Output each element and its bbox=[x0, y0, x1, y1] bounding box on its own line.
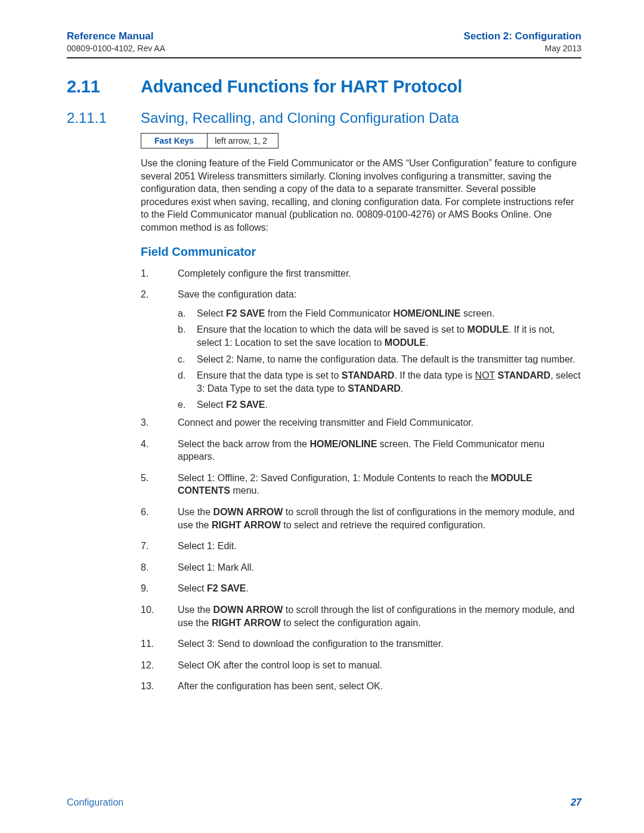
step-number: 7. bbox=[141, 540, 178, 553]
subsection-heading-row: 2.11.1 Saving, Recalling, and Cloning Co… bbox=[67, 104, 581, 701]
step-number: 3. bbox=[141, 416, 178, 429]
fast-keys-value: left arrow, 1, 2 bbox=[208, 134, 278, 148]
fast-keys-box: Fast Keys left arrow, 1, 2 bbox=[141, 133, 278, 148]
substep-letter: a. bbox=[178, 307, 197, 320]
substep: c. Select 2: Name, to name the configura… bbox=[178, 353, 581, 366]
list-item: 13. After the configuration has been sen… bbox=[141, 680, 581, 693]
substep: e. Select F2 SAVE. bbox=[178, 398, 581, 411]
step-text: Select 1: Offline, 2: Saved Configuratio… bbox=[178, 472, 581, 497]
step-text: Select 1: Mark All. bbox=[178, 561, 581, 574]
footer-page-number: 27 bbox=[571, 797, 581, 808]
list-item: 11. Select 3: Send to download the confi… bbox=[141, 637, 581, 651]
list-item: 3. Connect and power the receiving trans… bbox=[141, 416, 581, 429]
intro-paragraph: Use the cloning feature of the Field Com… bbox=[141, 157, 581, 234]
fast-keys-label: Fast Keys bbox=[141, 134, 208, 148]
list-item: 9. Select F2 SAVE. bbox=[141, 582, 581, 595]
list-item: 8. Select 1: Mark All. bbox=[141, 561, 581, 574]
step-number: 13. bbox=[141, 680, 178, 693]
step-number: 10. bbox=[141, 603, 178, 629]
list-item: 2. Save the configuration data: a. Selec… bbox=[141, 288, 581, 413]
step-text: Select the back arrow from the HOME/ONLI… bbox=[178, 438, 581, 463]
section-heading-row: 2.11 Advanced Functions for HART Protoco… bbox=[67, 76, 581, 104]
step-text: Save the configuration data: a. Select F… bbox=[178, 288, 581, 413]
step-number: 4. bbox=[141, 438, 178, 463]
header-left-sub: 00809-0100-4102, Rev AA bbox=[67, 43, 165, 54]
substep-text: Select F2 SAVE from the Field Communicat… bbox=[197, 307, 581, 320]
list-item: 12. Select OK after the control loop is … bbox=[141, 659, 581, 672]
page-footer: Configuration 27 bbox=[67, 797, 581, 808]
list-item: 7. Select 1: Edit. bbox=[141, 540, 581, 553]
footer-section-name: Configuration bbox=[67, 797, 123, 808]
header-right-sub: May 2013 bbox=[464, 43, 581, 54]
step-number: 5. bbox=[141, 472, 178, 497]
step-number: 8. bbox=[141, 561, 178, 574]
list-item: 5. Select 1: Offline, 2: Saved Configura… bbox=[141, 472, 581, 497]
substep-letter: d. bbox=[178, 369, 197, 395]
field-communicator-heading: Field Communicator bbox=[141, 245, 581, 259]
section-title: Advanced Functions for HART Protocol bbox=[141, 76, 581, 97]
step-text: Use the DOWN ARROW to scroll through the… bbox=[178, 506, 581, 531]
steps-list: 1. Completely configure the first transm… bbox=[141, 267, 581, 693]
step-text: Select 3: Send to download the configura… bbox=[178, 637, 581, 651]
step-number: 12. bbox=[141, 659, 178, 672]
step-text: After the configuration has been sent, s… bbox=[178, 680, 581, 693]
substep: b. Ensure that the location to which the… bbox=[178, 323, 581, 349]
step-number: 11. bbox=[141, 637, 178, 651]
document-page: Reference Manual 00809-0100-4102, Rev AA… bbox=[0, 0, 644, 833]
substep-text: Ensure that the data type is set to STAN… bbox=[197, 369, 581, 395]
substep-text: Select 2: Name, to name the configuratio… bbox=[197, 353, 581, 366]
substep-text: Select F2 SAVE. bbox=[197, 398, 581, 411]
step-text: Use the DOWN ARROW to scroll through the… bbox=[178, 603, 581, 629]
step-number: 6. bbox=[141, 506, 178, 531]
header-right-title: Section 2: Configuration bbox=[464, 30, 581, 43]
subsection-title: Saving, Recalling, and Cloning Configura… bbox=[141, 109, 581, 127]
step-text: Connect and power the receiving transmit… bbox=[178, 416, 581, 429]
list-item: 1. Completely configure the first transm… bbox=[141, 267, 581, 280]
list-item: 4. Select the back arrow from the HOME/O… bbox=[141, 438, 581, 463]
substep-letter: e. bbox=[178, 398, 197, 411]
substep-letter: c. bbox=[178, 353, 197, 366]
list-item: 6. Use the DOWN ARROW to scroll through … bbox=[141, 506, 581, 531]
substep: d. Ensure that the data type is set to S… bbox=[178, 369, 581, 395]
substep: a. Select F2 SAVE from the Field Communi… bbox=[178, 307, 581, 320]
substep-text: Ensure that the location to which the da… bbox=[197, 323, 581, 349]
substep-letter: b. bbox=[178, 323, 197, 349]
step-number: 2. bbox=[141, 288, 178, 413]
step-number: 9. bbox=[141, 582, 178, 595]
step-text: Completely configure the first transmitt… bbox=[178, 267, 581, 280]
step-text: Select 1: Edit. bbox=[178, 540, 581, 553]
step-text: Select OK after the control loop is set … bbox=[178, 659, 581, 672]
page-header: Reference Manual 00809-0100-4102, Rev AA… bbox=[67, 30, 581, 58]
header-left-title: Reference Manual bbox=[67, 30, 165, 43]
step-number: 1. bbox=[141, 267, 178, 280]
section-number: 2.11 bbox=[67, 76, 141, 97]
subsection-number: 2.11.1 bbox=[67, 109, 141, 127]
list-item: 10. Use the DOWN ARROW to scroll through… bbox=[141, 603, 581, 629]
step-text: Select F2 SAVE. bbox=[178, 582, 581, 595]
